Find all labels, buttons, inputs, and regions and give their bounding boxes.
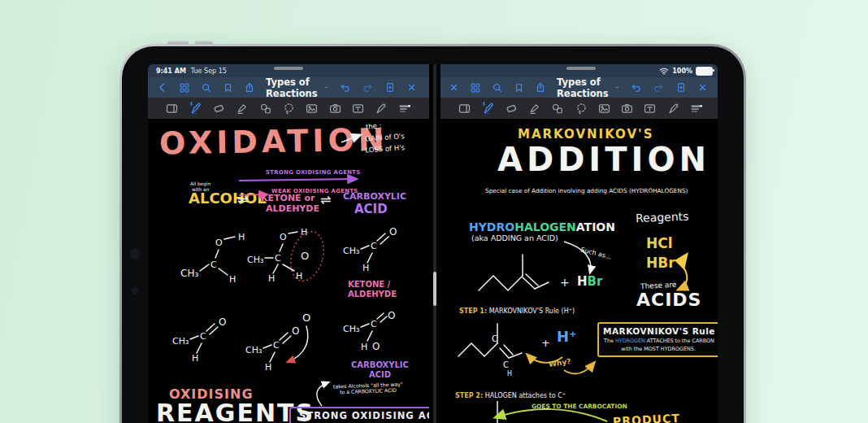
thumbnails-grid-button[interactable] — [179, 82, 190, 94]
close-document-button[interactable] — [406, 82, 417, 93]
svg-text:O: O — [389, 228, 397, 238]
svg-text:CH₃: CH₃ — [172, 336, 189, 347]
svg-text:H: H — [238, 232, 245, 242]
h-plus-ion: H⁺ — [557, 329, 577, 346]
svg-text:H: H — [507, 370, 512, 377]
document-title: Types of Reactions — [266, 76, 321, 99]
such-as-note: Such as... — [579, 246, 612, 260]
pen-tool-selected[interactable] — [189, 101, 203, 116]
svg-text:CH₃: CH₃ — [343, 324, 359, 334]
right-app-pane: 100% Types of Reactions — [441, 64, 718, 423]
right-nav-bar: Types of Reactions — [441, 77, 718, 98]
elements-tool[interactable] — [666, 102, 680, 116]
exit-split-button[interactable] — [449, 82, 459, 93]
ipad-device: 9:41 AM Tue Sep 15 Types of Reactions — [119, 44, 746, 423]
image-tool[interactable] — [305, 102, 319, 116]
alkene-structure — [477, 248, 558, 303]
close-document-button[interactable] — [697, 82, 708, 93]
svg-text:CH₃: CH₃ — [180, 268, 198, 279]
window-drag-handle[interactable] — [566, 67, 596, 70]
svg-text:O: O — [302, 312, 310, 324]
svg-text:CH₃: CH₃ — [343, 246, 359, 256]
split-view-divider — [429, 64, 441, 423]
document-title: Types of Reactions — [557, 76, 612, 99]
marketing-background: 9:41 AM Tue Sep 15 Types of Reactions — [0, 0, 868, 423]
share-icon[interactable] — [244, 81, 255, 94]
ipad-screen: 9:41 AM Tue Sep 15 Types of Reactions — [148, 64, 718, 423]
split-resize-handle[interactable] — [433, 272, 436, 306]
stroke-thickness-tool[interactable] — [689, 102, 704, 116]
camera-tool[interactable] — [328, 102, 342, 116]
svg-text:C: C — [371, 241, 377, 251]
pen-tool-selected[interactable] — [481, 101, 496, 116]
svg-text:O: O — [280, 232, 287, 242]
right-status-bar: 100% — [441, 64, 718, 77]
document-title-dropdown[interactable]: Types of Reactions — [557, 76, 619, 99]
document-title-dropdown[interactable]: Types of Reactions — [266, 76, 328, 99]
bookmark-icon[interactable] — [514, 82, 524, 94]
svg-text:O: O — [372, 341, 380, 352]
window-drag-handle[interactable] — [274, 67, 303, 70]
reagent-hbr: HBr — [646, 255, 675, 272]
elements-tool[interactable] — [374, 102, 388, 116]
text-tool[interactable] — [351, 102, 365, 116]
search-icon[interactable] — [201, 82, 212, 94]
eraser-tool[interactable] — [505, 102, 519, 116]
bookmark-icon[interactable] — [223, 82, 233, 94]
ketone-aldehyde-label: KETONE /ALDEHYDE — [348, 280, 397, 299]
add-page-button[interactable] — [675, 81, 687, 94]
carboxylic-acid-structure: CH₃ C O H O — [341, 311, 410, 368]
highlighter-tool[interactable] — [527, 102, 541, 116]
page-panel-tool[interactable] — [165, 102, 179, 116]
status-date: Tue Sep 15 — [191, 68, 227, 75]
eraser-tool[interactable] — [212, 102, 226, 116]
front-camera — [129, 248, 141, 259]
chevron-down-icon — [615, 84, 619, 91]
camera-tool[interactable] — [620, 102, 634, 116]
step1-heading: STEP 1: MARKOVNIKOV'S Rule (H⁺) — [459, 307, 575, 315]
page-panel-tool[interactable] — [458, 102, 471, 116]
search-icon[interactable] — [492, 82, 503, 94]
lasso-tool[interactable] — [575, 102, 588, 116]
lasso-tool[interactable] — [282, 102, 296, 116]
rule-box-title: MARKOVNIKOV'S Rule — [603, 326, 715, 336]
add-page-button[interactable] — [384, 81, 396, 94]
undo-button[interactable] — [630, 82, 642, 94]
thumbnails-grid-button[interactable] — [470, 82, 481, 94]
svg-text:O: O — [301, 250, 309, 262]
share-icon[interactable] — [535, 81, 546, 94]
svg-text:H: H — [361, 342, 367, 352]
svg-text:O: O — [292, 325, 299, 337]
image-tool[interactable] — [597, 102, 611, 116]
svg-text:C: C — [492, 334, 497, 343]
text-tool[interactable] — [643, 102, 657, 116]
aldehyde-structure-2: CH₃ C O H — [171, 313, 240, 368]
stroke-thickness-tool[interactable] — [397, 102, 412, 116]
svg-text:O: O — [215, 238, 223, 248]
svg-text:CH₃: CH₃ — [247, 255, 263, 265]
left-nav-bar: Types of Reactions — [148, 77, 429, 98]
definition-line-2: · GAIN of O's — [361, 133, 405, 143]
carboxylic-acid-label: CARBOXYLICACID — [351, 360, 409, 379]
hbr-reactant: HBr — [577, 275, 602, 289]
shapes-tool[interactable] — [258, 102, 273, 116]
aldehyde-gains-oxygen-structure: CH₃ C O H O — [245, 308, 323, 375]
aldehyde-structure-1: CH₃ C O H — [341, 228, 410, 278]
highlighter-tool[interactable] — [235, 102, 249, 116]
right-note-canvas[interactable]: MARKOVNIKOV'S ADDITION Special case of A… — [441, 120, 718, 423]
back-button[interactable] — [156, 81, 168, 94]
redo-button[interactable] — [362, 82, 374, 94]
step2-heading: STEP 2: HALOGEN attaches to C⁺ — [455, 392, 566, 399]
camera-sensor — [132, 287, 139, 294]
alcohol-label: ALCOHOL — [189, 190, 267, 207]
why-note: Why? — [548, 357, 571, 368]
acids-heading: ACIDS — [636, 290, 701, 310]
shapes-tool[interactable] — [550, 102, 565, 116]
left-note-canvas[interactable]: OXIDATION the : · GAIN of O's · LOSS of … — [148, 120, 429, 423]
split-divider-line — [433, 64, 436, 423]
svg-text:CH₃: CH₃ — [245, 345, 262, 355]
undo-button[interactable] — [339, 82, 351, 94]
plus-sign: + — [560, 276, 570, 289]
redo-button[interactable] — [653, 82, 665, 94]
equilibrium-arrow-2: ⇌ — [320, 193, 331, 207]
